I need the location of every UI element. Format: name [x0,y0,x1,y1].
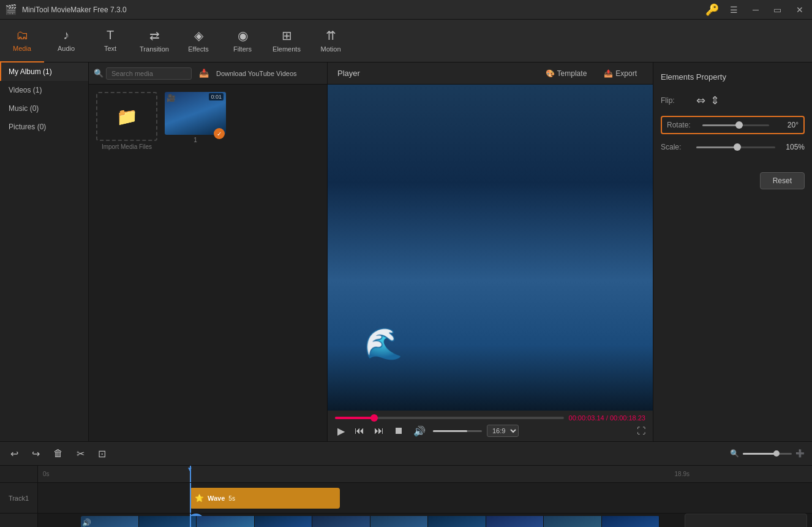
elements-icon: ⊞ [282,28,292,43]
zoom-out-icon: 🔍 [730,449,739,458]
playhead-track1 [190,483,191,513]
play-button[interactable]: ▶ [335,424,347,438]
player-header-buttons: 🎨 Template 📤 Export [539,67,643,80]
template-icon: 🎨 [546,69,555,78]
redo-button[interactable]: ↪ [29,446,43,461]
maximize-button[interactable]: ▭ [770,4,785,16]
progress-bar[interactable] [335,417,564,419]
minimize-button[interactable]: ─ [749,4,762,16]
camera-icon: 🎥 [167,94,176,102]
track-content: 0s 18.9s ⭐ Wave 5s ✂ [38,466,812,527]
flip-label: Flip: [661,96,691,105]
film-frame-7 [428,516,486,527]
scale-row: Scale: 105% [661,143,805,151]
download-youtube-button[interactable]: Download YouTube Videos [216,70,297,77]
import-media-button[interactable]: 📁 [96,92,157,141]
main-area: My Album (1) Videos (1) Music (0) Pictur… [0,63,812,441]
search-icon: 🔍 [94,69,103,78]
film-frame-5 [312,516,370,527]
volume-icon: 🔊 [82,518,91,527]
toolbar: 🗂 Media ♪ Audio T Text ⇄ Transition ◈ Ef… [0,20,812,63]
volume-slider[interactable] [433,430,482,432]
close-button[interactable]: ✕ [792,4,807,16]
timeline-controls: ↩ ↪ 🗑 ✂ ⊡ 🔍 ➕ [0,441,812,466]
time-end: 18.9s [675,471,690,477]
toolbar-item-transition[interactable]: ⇄ Transition [132,20,176,63]
clip-star-icon: ⭐ [195,494,204,502]
toolbar-label-effects: Effects [188,45,208,53]
search-input[interactable] [106,67,192,80]
film-frame-2 [139,516,197,527]
zoom-slider[interactable] [743,453,792,455]
filters-icon: ◉ [238,28,248,43]
time-label [0,466,37,483]
toolbar-item-filters[interactable]: ◉ Filters [220,20,265,63]
video-filmstrip[interactable] [81,516,660,527]
key-icon: 🔑 [705,3,719,17]
undo-button[interactable]: ↩ [7,446,21,461]
template-button[interactable]: 🎨 Template [539,67,593,80]
import-label: Import Media Files [102,143,152,150]
toolbar-label-audio: Audio [58,45,75,52]
menu-button[interactable]: ☰ [726,4,742,16]
sidebar-item-my-album[interactable]: My Album (1) [0,63,88,81]
export-icon: 📤 [604,69,613,78]
toolbar-item-motion[interactable]: ⇈ Motion [309,20,353,63]
element-clip[interactable]: ⭐ Wave 5s [190,488,340,509]
crop-button[interactable]: ⊡ [95,446,109,461]
prev-button[interactable]: ⏮ [352,424,367,438]
progress-fill [335,417,374,419]
progress-thumb[interactable] [370,414,378,422]
media-toolbar: 🔍 📥 Download YouTube Videos [89,63,327,85]
playhead[interactable] [190,466,191,482]
export-button[interactable]: 📤 Export [598,67,643,80]
reset-button[interactable]: Reset [760,172,805,189]
media-panel: 🔍 📥 Download YouTube Videos 📁 Import Med… [89,63,328,441]
toolbar-label-motion: Motion [320,45,340,53]
scale-slider[interactable] [696,146,775,148]
toolbar-item-elements[interactable]: ⊞ Elements [265,20,309,63]
aspect-ratio-select[interactable]: 16:9 4:3 1:1 [487,425,519,437]
rotate-slider[interactable] [702,124,769,126]
flip-vertical-button[interactable]: ⇕ [710,94,720,107]
playhead-video [190,514,191,527]
audio-icon: ♪ [63,28,69,42]
media-thumbnail[interactable]: 🎥 0:01 ✓ 1 [165,92,226,150]
stop-button[interactable]: ⏹ [391,424,406,438]
scale-label: Scale: [661,143,691,151]
toolbar-item-text[interactable]: T Text [88,20,132,63]
video-track-icon: 🎞 🔊 [0,514,37,527]
left-sidebar: My Album (1) Videos (1) Music (0) Pictur… [0,63,89,441]
sidebar-item-pictures[interactable]: Pictures (0) [0,118,88,136]
flip-row: Flip: ⇔ ⇕ [661,94,805,107]
fullscreen-button[interactable]: ⛶ [637,426,645,436]
rotate-thumb[interactable] [735,121,743,129]
delete-button[interactable]: 🗑 [50,446,66,461]
toolbar-label-media: Media [13,45,31,52]
scale-value: 105% [780,143,805,151]
folder-icon: 📁 [116,107,138,127]
sidebar-item-videos[interactable]: Videos (1) [0,81,88,99]
toolbar-item-media[interactable]: 🗂 Media [0,20,44,63]
film-frame-10 [602,516,660,527]
time-display: 00:00:03.14 / 00:00:18.23 [569,414,645,422]
volume-button[interactable]: 🔊 [411,424,428,438]
sidebar-item-music[interactable]: Music (0) [0,99,88,118]
rotate-label: Rotate: [667,121,697,129]
scale-fill [696,146,737,148]
film-frame-9 [544,516,602,527]
flip-horizontal-button[interactable]: ⇔ [696,94,705,107]
toolbar-item-effects[interactable]: ◈ Effects [176,20,220,63]
cut-button[interactable]: ✂ [73,446,88,461]
download-icon: 📥 [199,69,209,78]
zoom-in-icon: ➕ [795,449,805,458]
properties-title: Elements Property [661,72,805,82]
track-labels: Track1 🎞 🔊 🎵 [0,466,38,527]
media-icon: 🗂 [16,28,28,42]
scale-thumb[interactable] [734,143,741,151]
wave-sticker[interactable]: 🌊 [364,326,402,362]
rotate-row: Rotate: 20° [661,116,805,134]
timeline: Track1 🎞 🔊 🎵 0s 18.9s ⭐ Wave [0,466,812,527]
toolbar-item-audio[interactable]: ♪ Audio [44,20,88,63]
next-button[interactable]: ⏭ [372,424,386,438]
